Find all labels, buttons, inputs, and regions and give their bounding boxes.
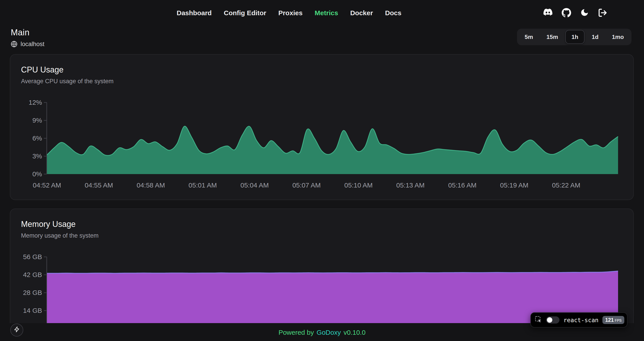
cpu-card-subtitle: Average CPU usage of the system [21,78,622,85]
cpu-usage-chart: 0%3%6%9%12%04:52 AM04:55 AM04:58 AM05:01… [21,91,622,188]
nav-dashboard[interactable]: Dashboard [177,9,212,16]
metrics-main: CPU Usage Average CPU usage of the syste… [0,54,644,341]
svg-text:05:19 AM: 05:19 AM [500,181,528,188]
svg-text:05:01 AM: 05:01 AM [188,181,217,188]
time-range-5m[interactable]: 5m [518,30,539,44]
version-label: v0.10.0 [344,328,366,336]
powered-by-label: Powered by [278,328,314,336]
nav-docker[interactable]: Docker [350,9,373,16]
svg-text:05:13 AM: 05:13 AM [396,181,425,188]
fps-unit: FPS [615,319,622,323]
time-range-1mo[interactable]: 1mo [606,30,630,44]
svg-text:04:58 AM: 04:58 AM [137,181,165,188]
svg-text:0%: 0% [32,170,42,178]
svg-text:05:07 AM: 05:07 AM [292,181,321,188]
react-scan-toggle[interactable] [546,316,560,323]
logout-button[interactable] [598,8,607,17]
toggle-knob [547,317,552,323]
globe-icon [11,41,18,48]
svg-text:05:04 AM: 05:04 AM [240,181,269,188]
svg-text:05:10 AM: 05:10 AM [344,181,373,188]
time-range-1d[interactable]: 1d [586,30,605,44]
svg-text:04:52 AM: 04:52 AM [33,181,61,188]
svg-text:12%: 12% [28,99,42,106]
nav-config-editor[interactable]: Config Editor [224,9,266,16]
svg-text:05:16 AM: 05:16 AM [448,181,476,188]
logout-icon [598,8,607,17]
inspect-button[interactable] [535,316,542,324]
lightning-bolt-icon [14,326,20,334]
github-icon [562,8,571,17]
react-scan-toolbar: react-scan 121 FPS [530,312,628,327]
inspect-icon [535,316,542,324]
sub-header: Main localhost 5m 15m 1h 1d 1mo [0,25,644,48]
svg-text:9%: 9% [32,117,42,124]
godoxy-app: Dashboard Config Editor Proxies Metrics … [0,0,644,341]
svg-text:3%: 3% [32,152,42,160]
cpu-usage-card: CPU Usage Average CPU usage of the syste… [10,54,634,200]
nav-proxies[interactable]: Proxies [278,9,302,16]
svg-text:6%: 6% [32,135,42,142]
moon-icon [580,8,589,17]
host-label: localhost [20,41,44,48]
svg-text:42 GB: 42 GB [23,271,42,278]
svg-text:28 GB: 28 GB [23,289,42,296]
svg-text:14 GB: 14 GB [23,307,42,314]
theme-toggle-button[interactable] [580,8,589,17]
time-range-1h[interactable]: 1h [565,30,584,44]
top-bar: Dashboard Config Editor Proxies Metrics … [0,0,644,25]
main-nav: Dashboard Config Editor Proxies Metrics … [177,0,402,25]
header-icons [543,0,607,25]
page-title: Main [11,28,44,38]
discord-icon [543,9,553,17]
svg-text:56 GB: 56 GB [23,253,42,260]
react-scan-label: react-scan [564,317,598,323]
discord-button[interactable] [543,9,553,17]
godoxy-link[interactable]: GoDoxy [317,328,341,336]
cpu-card-title: CPU Usage [21,65,622,75]
svg-text:05:22 AM: 05:22 AM [552,181,580,188]
host-row: localhost [11,41,44,48]
nav-metrics[interactable]: Metrics [314,9,338,16]
title-block: Main localhost [11,28,44,48]
fps-badge: 121 FPS [603,316,624,324]
svg-text:04:55 AM: 04:55 AM [85,181,113,188]
fps-value: 121 [605,317,614,323]
memory-card-subtitle: Memory usage of the system [21,232,622,239]
time-range-15m[interactable]: 15m [540,30,564,44]
github-button[interactable] [562,8,571,17]
quick-actions-button[interactable] [10,323,23,336]
nav-docs[interactable]: Docs [385,9,402,16]
time-range-selector: 5m 15m 1h 1d 1mo [517,29,632,45]
memory-card-title: Memory Usage [21,220,622,229]
